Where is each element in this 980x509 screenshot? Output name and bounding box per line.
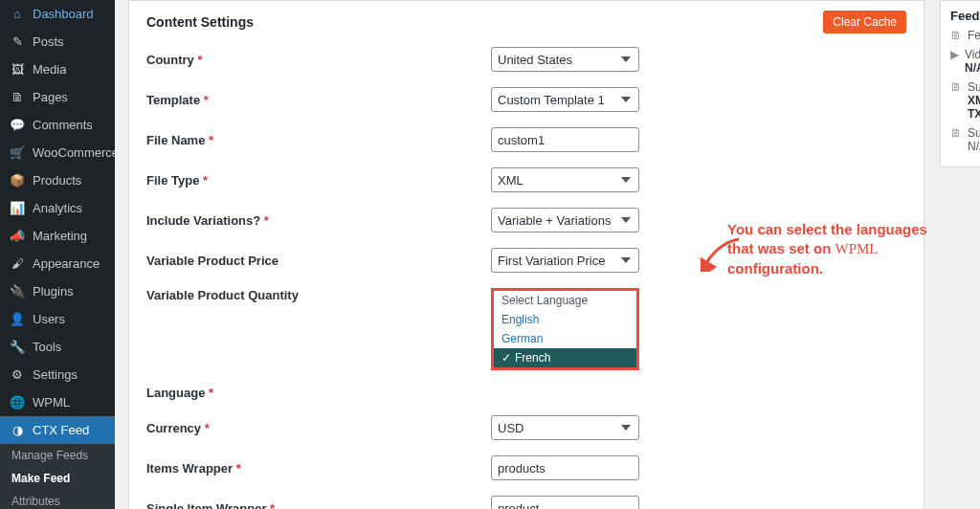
- submenu-attributes-mapping[interactable]: Attributes Mapping: [0, 490, 115, 509]
- language-option-german[interactable]: German: [494, 329, 636, 348]
- language-dropdown-open[interactable]: Select Language English German ✓French: [491, 288, 639, 370]
- sidebar-item-pages[interactable]: 🗎Pages: [0, 83, 115, 111]
- sidebar-item-label: WPML: [33, 395, 70, 409]
- filetype-label: File Type *: [146, 173, 491, 188]
- sidebar-item-ctx-feed[interactable]: ◑CTX Feed: [0, 416, 115, 444]
- sidebar-item-label: Plugins: [33, 284, 74, 299]
- language-option-french[interactable]: ✓French: [494, 348, 636, 367]
- varprice-label: Variable Product Price: [146, 254, 491, 268]
- infobox-title: Feed Merchant Info: [950, 9, 980, 23]
- sidebar-item-label: Products: [33, 173, 81, 188]
- sidebar-item-label: WooCommerce: [33, 145, 115, 160]
- country-select[interactable]: United States: [491, 47, 639, 72]
- sidebar-item-label: Settings: [33, 367, 78, 382]
- sidebar-item-users[interactable]: 👤Users: [0, 305, 115, 333]
- filetype-select[interactable]: XML: [491, 167, 639, 192]
- sidebar-item-media[interactable]: 🖼Media: [0, 55, 115, 83]
- singlewrap-input[interactable]: [491, 496, 639, 509]
- menu-icon: 🔌: [10, 284, 25, 299]
- itemswrap-input[interactable]: [491, 455, 639, 480]
- submenu-make-feed[interactable]: Make Feed: [0, 467, 115, 490]
- sidebar-item-appearance[interactable]: 🖌Appearance: [0, 250, 115, 277]
- sidebar-item-posts[interactable]: ✎Posts: [0, 28, 115, 55]
- sidebar-item-label: Dashboard: [33, 7, 94, 21]
- filename-input[interactable]: [491, 127, 639, 152]
- sidebar-item-products[interactable]: 📦Products: [0, 166, 115, 194]
- menu-icon: 🔧: [10, 340, 25, 354]
- language-label: Language *: [146, 386, 491, 400]
- sidebar-item-label: Media: [33, 62, 66, 77]
- sidebar-item-analytics[interactable]: 📊Analytics: [0, 194, 115, 222]
- sidebar-item-marketing[interactable]: 📣Marketing: [0, 222, 115, 250]
- country-label: Country *: [146, 53, 491, 67]
- sidebar-item-woocommerce[interactable]: 🛒WooCommerce: [0, 139, 115, 166]
- menu-icon: ⌂: [10, 7, 25, 21]
- menu-icon: 📣: [10, 229, 25, 243]
- content-settings-panel: Content Settings Clear Cache Country * U…: [128, 0, 924, 509]
- sidebar-item-label: Appearance: [33, 256, 100, 271]
- language-option-english[interactable]: English: [494, 310, 636, 329]
- menu-icon: ⚙: [10, 367, 25, 382]
- menu-icon: 🗎: [10, 90, 25, 104]
- sidebar-item-label: CTX Feed: [33, 423, 89, 437]
- varprice-select[interactable]: First Variation Price: [491, 248, 639, 273]
- sidebar-item-tools[interactable]: 🔧Tools: [0, 333, 115, 361]
- sidebar-item-comments[interactable]: 💬Comments: [0, 111, 115, 139]
- clear-cache-button[interactable]: Clear Cache: [823, 11, 906, 33]
- menu-icon: ✎: [10, 34, 25, 49]
- menu-icon: 💬: [10, 118, 25, 132]
- variations-select[interactable]: Variable + Variations: [491, 208, 639, 232]
- currency-label: Currency *: [146, 421, 491, 435]
- file-icon: 🗎: [950, 80, 962, 121]
- docs-icon: 🗎: [950, 126, 962, 153]
- itemswrap-label: Items Wrapper *: [146, 461, 491, 476]
- filename-label: File Name *: [146, 133, 491, 147]
- singlewrap-label: Single Item Wrapper *: [146, 501, 491, 510]
- sidebar-item-plugins[interactable]: 🔌Plugins: [0, 277, 115, 305]
- menu-icon: 🖌: [10, 256, 25, 271]
- sidebar-item-label: Analytics: [33, 201, 82, 215]
- menu-icon: 🛒: [10, 145, 25, 160]
- template-select[interactable]: Custom Template 1: [491, 87, 639, 112]
- feed-merchant-info-box: Feed Merchant Info▴ 🗎Feed Specification:…: [940, 0, 980, 167]
- menu-icon: ◑: [10, 423, 25, 437]
- varqty-label: Variable Product Quantity: [146, 288, 491, 302]
- menu-icon: 🖼: [10, 62, 25, 77]
- sidebar-item-label: Comments: [33, 118, 93, 132]
- submenu-manage-feeds[interactable]: Manage Feeds: [0, 444, 115, 467]
- sidebar-item-label: Tools: [33, 340, 61, 354]
- menu-icon: 🌐: [10, 395, 25, 409]
- sidebar-item-label: Marketing: [33, 229, 87, 243]
- panel-title: Content Settings: [146, 14, 254, 30]
- document-icon: 🗎: [950, 29, 962, 42]
- sidebar-item-dashboard[interactable]: ⌂Dashboard: [0, 0, 115, 28]
- sidebar-item-label: Posts: [33, 34, 64, 49]
- admin-sidebar: ⌂Dashboard✎Posts🖼Media🗎Pages💬Comments🛒Wo…: [0, 0, 115, 509]
- menu-icon: 📊: [10, 201, 25, 215]
- check-icon: ✓: [501, 351, 511, 365]
- template-label: Template *: [146, 93, 491, 107]
- sidebar-item-wpml[interactable]: 🌐WPML: [0, 388, 115, 416]
- language-option-placeholder[interactable]: Select Language: [494, 291, 636, 310]
- sidebar-item-settings[interactable]: ⚙Settings: [0, 361, 115, 388]
- video-icon: ▶: [950, 48, 959, 75]
- currency-select[interactable]: USD: [491, 415, 639, 440]
- sidebar-item-label: Users: [33, 312, 65, 326]
- menu-icon: 📦: [10, 173, 25, 188]
- menu-icon: 👤: [10, 312, 25, 326]
- variations-label: Include Variations? *: [146, 213, 491, 228]
- sidebar-item-label: Pages: [33, 90, 68, 104]
